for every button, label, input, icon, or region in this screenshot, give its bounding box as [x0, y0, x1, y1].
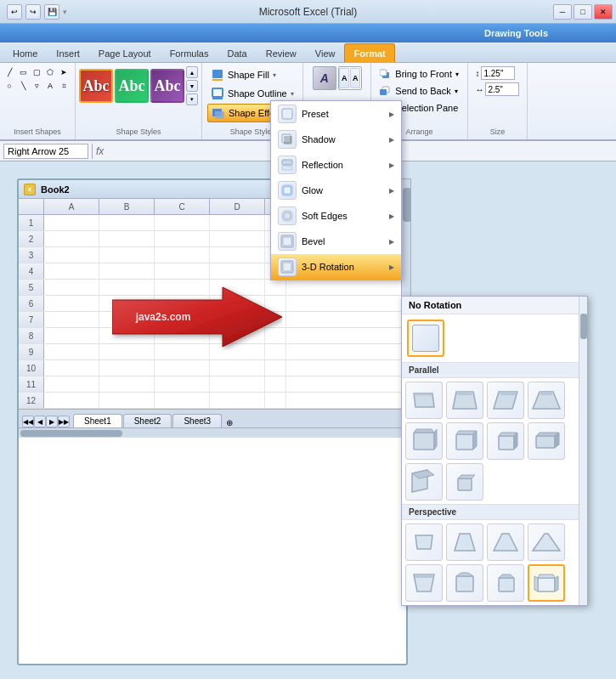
- sheet-tab-1[interactable]: Sheet1: [73, 414, 122, 427]
- grid-cell[interactable]: [99, 296, 155, 311]
- grid-cell[interactable]: [44, 247, 99, 263]
- row-header[interactable]: 8: [19, 328, 44, 343]
- shape-line[interactable]: ╱: [3, 66, 15, 78]
- grid-cell[interactable]: [99, 280, 155, 295]
- grid-cell[interactable]: [44, 344, 99, 359]
- perspective-cell-1[interactable]: [405, 523, 443, 561]
- shape-circle[interactable]: ○: [3, 80, 15, 92]
- grid-cell[interactable]: [99, 360, 155, 376]
- no-rotation-cell[interactable]: [407, 320, 444, 357]
- parallel-cell-1[interactable]: [405, 382, 443, 419]
- redo-button[interactable]: ↪: [25, 4, 41, 20]
- grid-cell[interactable]: [44, 215, 99, 230]
- grid-cell-g[interactable]: [265, 312, 286, 327]
- perspective-cell-8[interactable]: [528, 564, 565, 602]
- col-header-a[interactable]: A: [44, 199, 99, 214]
- add-sheet-button[interactable]: ⊕: [223, 418, 236, 427]
- dropdown-reflection[interactable]: Reflection ▶: [271, 152, 401, 178]
- row-header[interactable]: 7: [19, 312, 44, 327]
- grid-cell[interactable]: [155, 215, 210, 230]
- perspective-cell-2[interactable]: [446, 523, 483, 561]
- grid-cell[interactable]: [99, 312, 155, 327]
- parallel-cell-2[interactable]: [446, 382, 483, 419]
- grid-cell[interactable]: [155, 376, 210, 392]
- grid-cell[interactable]: [210, 280, 265, 295]
- grid-cell[interactable]: [99, 344, 155, 359]
- style-swatch-red[interactable]: Abc: [79, 69, 113, 103]
- col-header-b[interactable]: B: [99, 199, 155, 214]
- grid-cell[interactable]: [44, 231, 99, 246]
- tab-page-layout[interactable]: Page Layout: [89, 43, 161, 62]
- grid-cell-g[interactable]: [265, 328, 286, 343]
- undo-button[interactable]: ↩: [7, 4, 22, 20]
- scroll-down-arrow[interactable]: ▼: [186, 80, 198, 92]
- tab-review[interactable]: Review: [257, 43, 306, 62]
- grid-cell[interactable]: [155, 360, 210, 376]
- dropdown-soft-edges[interactable]: Soft Edges ▶: [271, 203, 401, 229]
- grid-cell-g[interactable]: [265, 280, 286, 295]
- grid-cell[interactable]: [210, 328, 265, 343]
- style-swatch-green[interactable]: Abc: [115, 69, 149, 103]
- shape-edit[interactable]: ⌗: [58, 80, 70, 92]
- grid-cell[interactable]: [210, 263, 265, 279]
- shape-fill-button[interactable]: Shape Fill ▾: [207, 66, 297, 83]
- grid-cell[interactable]: [210, 215, 265, 230]
- name-box[interactable]: [3, 144, 88, 159]
- sheet-tab-3[interactable]: Sheet3: [172, 414, 222, 427]
- dropdown-shadow[interactable]: Shadow ▶: [271, 127, 401, 152]
- tab-data[interactable]: Data: [218, 43, 256, 62]
- grid-cell[interactable]: [44, 296, 99, 311]
- grid-cell[interactable]: [155, 263, 210, 279]
- parallel-cell-10[interactable]: [446, 463, 483, 501]
- row-header[interactable]: 6: [19, 296, 44, 311]
- text-outline-button[interactable]: A: [350, 68, 360, 88]
- grid-cell[interactable]: [155, 328, 210, 343]
- grid-cell[interactable]: [210, 393, 265, 408]
- sheet-next-button[interactable]: ▶: [46, 416, 58, 427]
- shape-rect[interactable]: ▭: [17, 66, 29, 78]
- height-input[interactable]: [481, 66, 515, 80]
- dropdown-glow[interactable]: Glow ▶: [271, 178, 401, 203]
- close-button[interactable]: ✕: [594, 4, 613, 20]
- horizontal-scrollbar[interactable]: [19, 427, 406, 438]
- save-button[interactable]: 💾: [44, 4, 59, 20]
- dropdown-3d-rotation[interactable]: 3-D Rotation ▶: [271, 254, 401, 280]
- grid-cell[interactable]: [99, 247, 155, 263]
- row-header[interactable]: 1: [19, 215, 44, 230]
- scroll-thumb-v[interactable]: [403, 188, 411, 222]
- wordart-a-button[interactable]: A: [313, 66, 336, 90]
- grid-cell-g[interactable]: [265, 344, 286, 359]
- grid-cell[interactable]: [210, 376, 265, 392]
- parallel-cell-5[interactable]: [405, 422, 443, 460]
- grid-cell[interactable]: [155, 247, 210, 263]
- row-header[interactable]: 2: [19, 231, 44, 246]
- grid-cell[interactable]: [99, 215, 155, 230]
- col-header-c[interactable]: C: [155, 199, 210, 214]
- grid-cell-g[interactable]: [265, 296, 286, 311]
- perspective-cell-4[interactable]: [528, 523, 565, 561]
- parallel-cell-6[interactable]: [446, 422, 483, 460]
- grid-cell[interactable]: [44, 393, 99, 408]
- grid-cell[interactable]: [210, 231, 265, 246]
- width-input[interactable]: [485, 82, 519, 96]
- row-header[interactable]: 12: [19, 393, 44, 408]
- grid-cell[interactable]: [155, 344, 210, 359]
- grid-cell[interactable]: [44, 312, 99, 327]
- grid-cell[interactable]: [155, 312, 210, 327]
- col-header-d[interactable]: D: [210, 199, 265, 214]
- tab-formulas[interactable]: Formulas: [161, 43, 218, 62]
- send-to-back-button[interactable]: Send to Back ▾: [376, 83, 462, 99]
- style-swatch-purple[interactable]: Abc: [150, 69, 184, 103]
- maximize-button[interactable]: □: [574, 4, 592, 20]
- shape-callout[interactable]: ▿: [31, 80, 42, 92]
- shape-connector[interactable]: ╲: [17, 80, 29, 92]
- submenu-scrollbar[interactable]: [579, 297, 587, 605]
- sheet-first-button[interactable]: ◀◀: [22, 416, 34, 427]
- shape-outline-button[interactable]: Shape Outline ▾: [207, 85, 297, 102]
- shape-arrow[interactable]: ➤: [58, 66, 70, 78]
- row-header[interactable]: 9: [19, 344, 44, 359]
- grid-cell[interactable]: [44, 360, 99, 376]
- parallel-cell-3[interactable]: [487, 382, 524, 419]
- scroll-expand-arrow[interactable]: ▾: [186, 93, 198, 105]
- grid-cell[interactable]: [210, 247, 265, 263]
